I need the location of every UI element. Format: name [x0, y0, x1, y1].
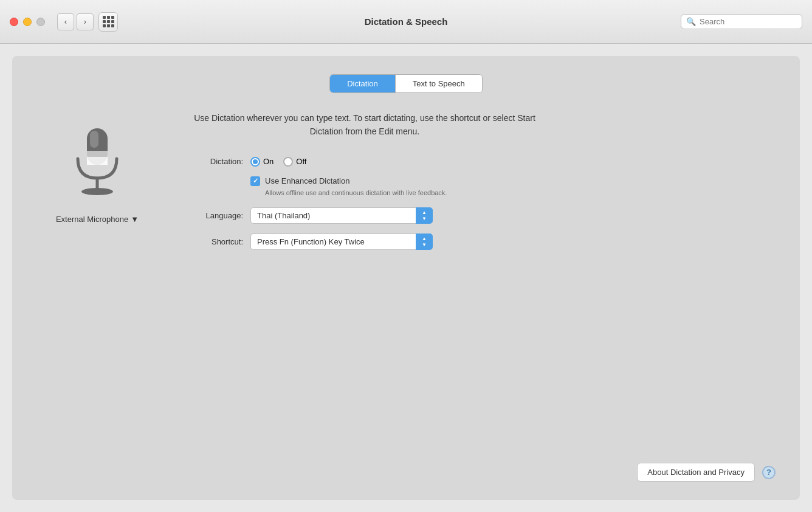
checkmark-icon: ✓: [253, 177, 258, 185]
microphone-label[interactable]: External Microphone ▼: [56, 215, 139, 224]
forward-button[interactable]: ›: [77, 13, 94, 30]
radio-group: On Off: [250, 157, 306, 167]
radio-off-circle[interactable]: [283, 157, 293, 167]
search-icon: 🔍: [686, 17, 696, 26]
svg-rect-1: [90, 131, 98, 148]
radio-off[interactable]: Off: [283, 157, 306, 167]
dictation-label: Dictation:: [182, 157, 243, 166]
window-title: Dictation & Speech: [365, 16, 448, 27]
close-button[interactable]: [10, 18, 18, 26]
microphone-dropdown-icon: ▼: [131, 215, 139, 224]
enhanced-row: ✓ Use Enhanced Dictation Allows offline …: [250, 176, 776, 198]
shortcut-select[interactable]: Press Fn (Function) Key Twice: [250, 234, 433, 250]
dictation-row: Dictation: On Off: [182, 157, 776, 167]
radio-on[interactable]: On: [250, 157, 274, 167]
microphone-section: External Microphone ▼: [36, 123, 158, 224]
tab-switcher: Dictation Text to Speech: [329, 74, 483, 93]
content-area: Dictation Text to Speech: [0, 44, 812, 512]
help-button[interactable]: ?: [762, 466, 776, 479]
search-input[interactable]: [700, 17, 797, 26]
shortcut-row: Shortcut: Press Fn (Function) Key Twice …: [182, 234, 776, 250]
microphone-icon: [67, 123, 128, 205]
language-label: Language:: [182, 211, 243, 220]
main-layout: External Microphone ▼ Use Dictation wher…: [36, 111, 776, 250]
settings-panel: Dictation Text to Speech: [12, 56, 800, 500]
tab-text-to-speech[interactable]: Text to Speech: [396, 75, 482, 92]
form-rows: Dictation: On Off: [182, 157, 776, 250]
tab-dictation[interactable]: Dictation: [330, 75, 395, 92]
enhanced-main: ✓ Use Enhanced Dictation: [250, 176, 776, 186]
privacy-button[interactable]: About Dictation and Privacy: [637, 463, 755, 482]
minimize-button[interactable]: [23, 18, 32, 26]
description-text: Use Dictation wherever you can type text…: [182, 111, 547, 139]
nav-buttons: ‹ ›: [57, 13, 94, 30]
language-select-wrapper: Thai (Thailand) ▲ ▼: [250, 207, 433, 224]
shortcut-label: Shortcut:: [182, 237, 243, 246]
right-column: Use Dictation wherever you can type text…: [182, 111, 776, 250]
bottom-row: About Dictation and Privacy ?: [36, 451, 776, 482]
radio-on-circle[interactable]: [250, 157, 260, 167]
svg-rect-3: [87, 157, 108, 165]
back-button[interactable]: ‹: [57, 13, 74, 30]
enhanced-label: Use Enhanced Dictation: [265, 176, 349, 185]
fullscreen-button[interactable]: [36, 18, 45, 26]
window-controls: [10, 18, 45, 26]
enhanced-description: Allows offline use and continuous dictat…: [265, 189, 776, 198]
grid-button[interactable]: [98, 12, 118, 32]
search-box[interactable]: 🔍: [681, 14, 802, 29]
language-row: Language: Thai (Thailand) ▲ ▼: [182, 207, 776, 224]
language-select[interactable]: Thai (Thailand): [250, 207, 433, 224]
grid-icon: [103, 16, 114, 27]
shortcut-select-wrapper: Press Fn (Function) Key Twice ▲ ▼: [250, 234, 433, 250]
svg-point-5: [81, 188, 113, 195]
radio-off-label: Off: [296, 157, 306, 166]
radio-on-dot: [253, 159, 258, 164]
radio-on-label: On: [263, 157, 274, 166]
microphone-name: External Microphone: [56, 215, 128, 224]
enhanced-checkbox[interactable]: ✓: [250, 176, 260, 186]
titlebar: ‹ › Dictation & Speech 🔍: [0, 0, 812, 44]
